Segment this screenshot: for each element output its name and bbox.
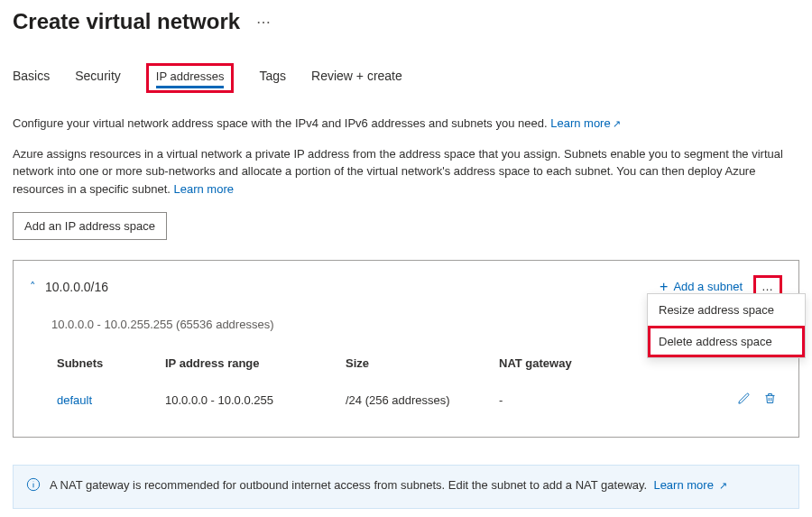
add-subnet-button[interactable]: + Add a subnet xyxy=(660,279,743,295)
intro-text-1: Configure your virtual network address s… xyxy=(13,116,548,130)
nat-info-banner: A NAT gateway is recommended for outboun… xyxy=(13,465,799,509)
tab-security[interactable]: Security xyxy=(75,63,121,93)
tab-tags[interactable]: Tags xyxy=(259,63,286,93)
add-subnet-label: Add a subnet xyxy=(673,280,743,293)
menu-delete-address-space[interactable]: Delete address space xyxy=(648,326,805,357)
external-link-icon: ↗ xyxy=(719,480,727,491)
edit-icon[interactable] xyxy=(737,392,751,408)
tab-ip-addresses-label: IP addresses xyxy=(156,69,225,88)
banner-text: A NAT gateway is recommended for outboun… xyxy=(50,478,647,492)
col-size: Size xyxy=(346,356,490,370)
context-menu: Resize address space Delete address spac… xyxy=(647,293,806,358)
intro-line-2: Azure assigns resources in a virtual net… xyxy=(13,145,799,198)
page-title: Create virtual network xyxy=(13,9,240,34)
col-range: IP address range xyxy=(165,356,337,370)
chevron-up-icon[interactable]: ˄ xyxy=(30,280,36,293)
subnet-name-link[interactable]: default xyxy=(57,393,156,407)
tab-ip-addresses[interactable]: IP addresses xyxy=(146,63,235,93)
subnet-nat: - xyxy=(499,393,616,407)
col-subnets: Subnets xyxy=(57,356,156,370)
learn-more-link-1[interactable]: Learn more↗ xyxy=(550,116,620,130)
tab-review[interactable]: Review + create xyxy=(311,63,402,93)
info-icon xyxy=(26,477,41,497)
learn-more-link-2[interactable]: Learn more xyxy=(174,182,234,196)
subnet-range: 10.0.0.0 - 10.0.0.255 xyxy=(165,393,337,407)
svg-point-2 xyxy=(33,481,34,482)
more-icon[interactable]: ⋯ xyxy=(256,14,272,31)
subnet-table: Subnets IP address range Size NAT gatewa… xyxy=(57,356,782,417)
plus-icon: + xyxy=(660,279,668,295)
banner-learn-more-link[interactable]: Learn more ↗ xyxy=(653,478,726,492)
intro-text-2: Azure assigns resources in a virtual net… xyxy=(13,147,783,196)
menu-resize-address-space[interactable]: Resize address space xyxy=(648,294,805,326)
address-space-card: ˄ 10.0.0.0/16 + Add a subnet … Resize ad… xyxy=(13,260,799,438)
tab-bar: Basics Security IP addresses Tags Review… xyxy=(13,63,799,93)
add-ip-space-button[interactable]: Add an IP address space xyxy=(13,212,167,240)
col-nat: NAT gateway xyxy=(499,356,616,370)
subnet-size: /24 (256 addresses) xyxy=(346,393,490,407)
tab-basics[interactable]: Basics xyxy=(13,63,50,93)
external-link-icon: ↗ xyxy=(613,118,621,129)
table-row: default 10.0.0.0 - 10.0.0.255 /24 (256 a… xyxy=(57,383,782,417)
delete-icon[interactable] xyxy=(763,392,777,408)
address-space-cidr: 10.0.0.0/16 xyxy=(45,280,108,294)
intro-line-1: Configure your virtual network address s… xyxy=(13,115,799,133)
